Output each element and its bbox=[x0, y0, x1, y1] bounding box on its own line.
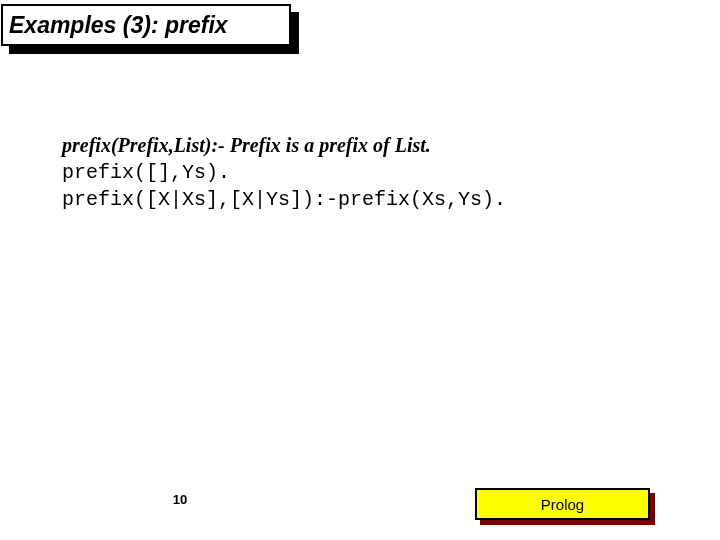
slide: Examples (3): prefix prefix(Prefix,List)… bbox=[0, 0, 720, 540]
title-box: Examples (3): prefix bbox=[1, 4, 291, 46]
slide-title: Examples (3): prefix bbox=[9, 12, 228, 39]
footer: 10 Prolog bbox=[0, 484, 720, 520]
spec-line: prefix(Prefix,List):- Prefix is a prefix… bbox=[62, 132, 680, 159]
code-line-2: prefix([X|Xs],[X|Ys]):-prefix(Xs,Ys). bbox=[62, 186, 680, 213]
content-area: prefix(Prefix,List):- Prefix is a prefix… bbox=[62, 132, 680, 213]
badge-box: Prolog bbox=[475, 488, 650, 520]
badge-label: Prolog bbox=[541, 496, 584, 513]
page-number: 10 bbox=[0, 492, 360, 507]
title-container: Examples (3): prefix bbox=[1, 4, 291, 46]
code-line-1: prefix([],Ys). bbox=[62, 159, 680, 186]
badge-container: Prolog bbox=[475, 488, 650, 520]
